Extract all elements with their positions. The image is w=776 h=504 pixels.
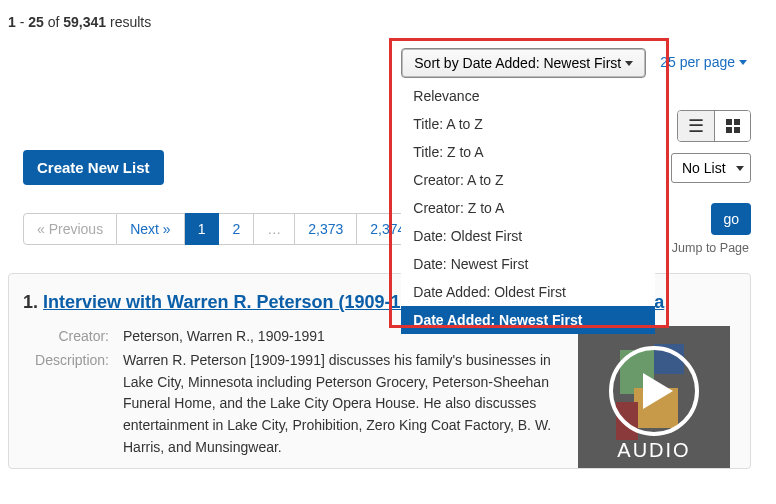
sort-dropdown-menu: RelevanceTitle: A to ZTitle: Z to ACreat… <box>401 82 655 334</box>
page-number[interactable]: 1 <box>185 213 220 245</box>
creator-value: Peterson, Warren R., 1909-1991 <box>123 326 325 348</box>
result-thumbnail[interactable]: AUDIO <box>578 326 730 468</box>
list-select[interactable]: No List <box>671 153 751 183</box>
results-count: 1 - 25 of 59,341 results <box>8 14 751 30</box>
jump-go-button[interactable]: go <box>711 203 751 235</box>
page-ellipsis: … <box>254 213 295 245</box>
sort-option[interactable]: Date: Newest First <box>401 250 655 278</box>
sort-option[interactable]: Creator: Z to A <box>401 194 655 222</box>
create-new-list-button[interactable]: Create New List <box>23 150 164 185</box>
sort-option[interactable]: Relevance <box>401 82 655 110</box>
description-label: Description: <box>23 350 123 458</box>
play-icon <box>609 346 699 436</box>
per-page-dropdown[interactable]: 25 per page <box>656 48 751 76</box>
sort-option[interactable]: Date Added: Newest First <box>401 306 655 334</box>
page-next[interactable]: Next » <box>117 213 184 245</box>
sort-option[interactable]: Title: A to Z <box>401 110 655 138</box>
caret-down-icon <box>739 60 747 65</box>
grid-view-button[interactable] <box>714 111 750 141</box>
sort-option[interactable]: Date: Oldest First <box>401 222 655 250</box>
pagination: « PreviousNext »12…2,3732,374 <box>23 213 419 245</box>
page-number[interactable]: 2,373 <box>295 213 357 245</box>
description-value: Warren R. Peterson [1909-1991] discusses… <box>123 350 558 458</box>
caret-down-icon <box>625 61 633 66</box>
list-icon: ☰ <box>688 115 704 137</box>
list-view-button[interactable]: ☰ <box>678 111 714 141</box>
sort-dropdown-button[interactable]: Sort by Date Added: Newest First <box>401 48 646 78</box>
page-prev: « Previous <box>23 213 117 245</box>
sort-option[interactable]: Title: Z to A <box>401 138 655 166</box>
creator-label: Creator: <box>23 326 123 348</box>
grid-icon <box>726 119 740 133</box>
view-toggle: ☰ <box>677 110 751 142</box>
page-number[interactable]: 2 <box>219 213 254 245</box>
thumbnail-type-label: AUDIO <box>617 439 690 462</box>
sort-option[interactable]: Creator: A to Z <box>401 166 655 194</box>
jump-to-page-label: Jump to Page <box>672 241 751 255</box>
sort-option[interactable]: Date Added: Oldest First <box>401 278 655 306</box>
